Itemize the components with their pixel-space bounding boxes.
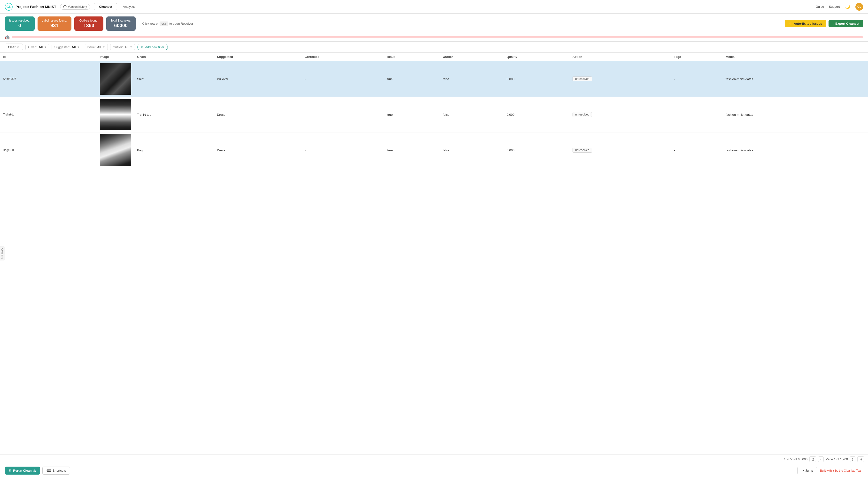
tab-bar: Cleanset Analytics	[94, 3, 141, 10]
table-header-row: Id Image Given Suggested Corrected Issue…	[0, 53, 868, 61]
jump-button[interactable]: ↗ Jump	[797, 467, 817, 474]
export-button[interactable]: ↓ Export Cleanset	[829, 20, 863, 27]
header-right: Guide Support 🌙 CL	[816, 3, 863, 11]
table-container[interactable]: Columns Id Image Given Suggested Correct…	[0, 53, 868, 454]
rerun-icon: ⚙	[9, 469, 11, 472]
first-page-button[interactable]: ⟨⟨	[809, 456, 816, 462]
total-examples-label: Total Examples:	[111, 19, 131, 22]
cell-issue: true	[384, 132, 440, 168]
action-badge: unresolved	[572, 112, 592, 117]
tab-cleanset[interactable]: Cleanset	[94, 3, 117, 10]
action-badge: unresolved	[572, 76, 592, 82]
cell-suggested: Pullover	[214, 61, 302, 97]
cell-image	[97, 132, 134, 168]
action-buttons: ⚡ Auto-fix top issues ↓ Export Cleanset	[785, 20, 863, 27]
cell-quality: 0.000	[504, 97, 569, 132]
avatar[interactable]: CL	[856, 3, 863, 11]
autofix-button[interactable]: ⚡ Auto-fix top issues	[785, 20, 826, 27]
clear-button[interactable]: Clear ✕	[5, 43, 23, 51]
header: CL Project: Fashion MNIST Version histor…	[0, 0, 868, 13]
progress-bar-container: 🤖	[0, 34, 868, 42]
col-header-suggested: Suggested	[214, 53, 302, 61]
dark-mode-toggle[interactable]: 🌙	[845, 4, 850, 10]
col-header-id: Id	[0, 53, 97, 61]
chevron-down-icon: ▼	[44, 46, 46, 49]
filter-given[interactable]: Given: All ▼	[25, 44, 49, 51]
col-header-action: Action	[569, 53, 671, 61]
jump-icon: ↗	[801, 469, 804, 472]
cell-tags: -	[671, 97, 723, 132]
rerun-button[interactable]: ⚙ Rerun Cleanlab	[5, 467, 40, 475]
col-header-corrected: Corrected	[302, 53, 384, 61]
stats-bar: Issues resolved: 0 Label Issues found: 9…	[0, 13, 868, 34]
version-history-label: Version history	[68, 5, 87, 8]
data-table: Id Image Given Suggested Corrected Issue…	[0, 53, 868, 168]
row-image	[100, 134, 131, 166]
esc-key: esc	[160, 22, 168, 26]
col-header-issue: Issue	[384, 53, 440, 61]
progress-bar-track	[11, 36, 863, 38]
shortcuts-icon: ⌨	[46, 469, 51, 472]
label-issues-label: Label Issues found:	[42, 19, 67, 22]
cell-id: Bag/3608	[0, 132, 97, 168]
cell-outlier: false	[440, 61, 504, 97]
lightning-icon: ⚡	[788, 22, 793, 25]
add-filter-button[interactable]: ⊕ Add new filter	[137, 44, 168, 51]
prev-page-button[interactable]: ⟨	[818, 456, 824, 462]
filter-suggested[interactable]: Suggested: All ▼	[52, 44, 82, 51]
issues-resolved-value: 0	[19, 23, 21, 28]
cell-issue: true	[384, 61, 440, 97]
bottom-bar: ⚙ Rerun Cleanlab ⌨ Shortcuts ↗ Jump Buil…	[0, 464, 868, 477]
cell-action: unresolved	[569, 132, 671, 168]
filter-issue[interactable]: Issue: All ▼	[85, 44, 108, 51]
col-header-quality: Quality	[504, 53, 569, 61]
cell-media: fashion-mnist-datas	[723, 97, 868, 132]
cell-given: T-shirt-top	[134, 97, 214, 132]
cell-image	[97, 61, 134, 97]
table-row[interactable]: T-shirt-to T-shirt-top Dress - true fals…	[0, 97, 868, 132]
project-title: Project: Fashion MNIST	[16, 5, 56, 9]
cell-suggested: Dress	[214, 132, 302, 168]
guide-link[interactable]: Guide	[816, 5, 824, 8]
shortcuts-button[interactable]: ⌨ Shortcuts	[42, 467, 70, 475]
filter-outlier[interactable]: Outlier: All ▼	[110, 44, 135, 51]
table-body: Shirt/2305 Shirt Pullover - true false 0…	[0, 61, 868, 168]
stat-issues-resolved: Issues resolved: 0	[5, 17, 35, 31]
cell-suggested: Dress	[214, 97, 302, 132]
support-link[interactable]: Support	[829, 5, 840, 8]
issues-resolved-label: Issues resolved:	[9, 19, 30, 22]
col-header-media: Media	[723, 53, 868, 61]
built-with-text: Built with ♥ by the Cleanlab Team	[820, 469, 863, 472]
version-history-button[interactable]: Version history	[60, 4, 90, 10]
cell-quality: 0.000	[504, 132, 569, 168]
table-row[interactable]: Bag/3608 Bag Dress - true false 0.000 un…	[0, 132, 868, 168]
cell-media: fashion-mnist-datas	[723, 132, 868, 168]
cell-action: unresolved	[569, 97, 671, 132]
cell-image	[97, 97, 134, 132]
cell-id: T-shirt-to	[0, 97, 97, 132]
next-page-button[interactable]: ⟩	[850, 456, 856, 462]
cell-tags: -	[671, 61, 723, 97]
cell-quality: 0.000	[504, 61, 569, 97]
stat-outliers: Outliers found: 1363	[74, 17, 103, 31]
col-header-given: Given	[134, 53, 214, 61]
action-badge: unresolved	[572, 148, 592, 153]
columns-handle[interactable]: Columns	[0, 247, 5, 260]
clock-icon	[63, 5, 67, 8]
logo: CL	[5, 3, 12, 11]
col-header-image: Image	[97, 53, 134, 61]
outliers-label: Outliers found:	[80, 19, 98, 22]
download-icon: ↓	[832, 22, 834, 25]
table-row[interactable]: Shirt/2305 Shirt Pullover - true false 0…	[0, 61, 868, 97]
chevron-down-icon: ▼	[130, 46, 132, 49]
plus-circle-icon: ⊕	[141, 45, 144, 49]
tab-analytics[interactable]: Analytics	[118, 3, 141, 10]
last-page-button[interactable]: ⟩⟩	[857, 456, 864, 462]
cell-issue: true	[384, 97, 440, 132]
cell-corrected: -	[302, 132, 384, 168]
cell-id: Shirt/2305	[0, 61, 97, 97]
resolver-hint: Click row or esc to open Resolver	[143, 22, 193, 26]
heart-icon: ♥	[833, 469, 835, 472]
filter-bar: Clear ✕ Given: All ▼ Suggested: All ▼ Is…	[0, 42, 868, 53]
bottom-left-buttons: ⚙ Rerun Cleanlab ⌨ Shortcuts	[5, 467, 70, 475]
